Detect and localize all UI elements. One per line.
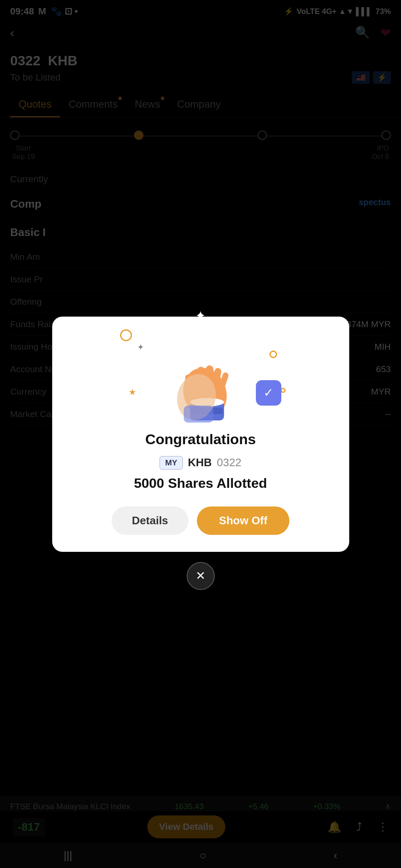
modal-stock-code: 0322 xyxy=(217,456,241,469)
star-top-icon: ✦ xyxy=(195,308,206,323)
my-badge: MY xyxy=(160,456,183,470)
star-bottom-left-icon: ★ xyxy=(129,387,136,397)
show-off-button[interactable]: Show Off xyxy=(197,506,289,535)
float-circle-1 xyxy=(120,329,132,341)
shares-allotted: 5000 Shares Allotted xyxy=(134,476,267,491)
modal-title: Congratulations xyxy=(145,431,256,448)
modal-stock-row: MY KHB 0322 xyxy=(160,456,241,470)
modal-overlay: ✦ ✦ ★ xyxy=(0,0,401,868)
clapping-hands-illustration xyxy=(158,342,243,427)
details-button[interactable]: Details xyxy=(112,506,188,535)
congratulations-modal: ✦ ✦ ★ xyxy=(52,317,349,552)
close-modal-button[interactable]: ✕ xyxy=(187,562,215,590)
star-left-icon: ✦ xyxy=(137,342,144,352)
close-icon: ✕ xyxy=(196,569,205,583)
modal-buttons: Details Show Off xyxy=(112,506,289,535)
checkmark-badge: ✓ xyxy=(256,380,281,406)
modal-illustration: ✦ ✦ ★ xyxy=(52,317,349,427)
svg-rect-10 xyxy=(184,406,213,423)
float-circle-2 xyxy=(269,351,277,358)
modal-stock-name: KHB xyxy=(188,456,212,469)
